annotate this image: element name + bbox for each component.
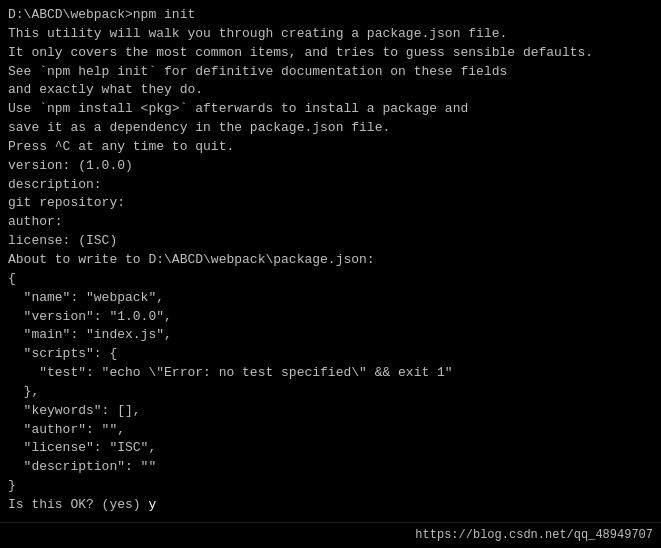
terminal-line: version: (1.0.0) [8, 157, 653, 176]
terminal-window: D:\ABCD\webpack>npm init This utility wi… [8, 6, 653, 542]
terminal-line: Is this OK? (yes) y [8, 496, 653, 515]
terminal-line: "test": "echo \"Error: no test specified… [8, 364, 653, 383]
terminal-line: save it as a dependency in the package.j… [8, 119, 653, 138]
terminal-line: "scripts": { [8, 345, 653, 364]
terminal-line: git repository: [8, 194, 653, 213]
prompt-line: D:\ABCD\webpack>npm init [8, 6, 653, 25]
terminal-line: This utility will walk you through creat… [8, 25, 653, 44]
terminal-line: "description": "" [8, 458, 653, 477]
terminal-line: description: [8, 176, 653, 195]
footer-link: https://blog.csdn.net/qq_48949707 [415, 527, 653, 544]
terminal-line: }, [8, 383, 653, 402]
terminal-line: Press ^C at any time to quit. [8, 138, 653, 157]
terminal-line: "keywords": [], [8, 402, 653, 421]
terminal-line: "license": "ISC", [8, 439, 653, 458]
terminal-line: "version": "1.0.0", [8, 308, 653, 327]
terminal-line: } [8, 477, 653, 496]
terminal-line: See `npm help init` for definitive docum… [8, 63, 653, 82]
terminal-line: Use `npm install <pkg>` afterwards to in… [8, 100, 653, 119]
terminal-line: author: [8, 213, 653, 232]
terminal-line: "author": "", [8, 421, 653, 440]
terminal-line: "name": "webpack", [8, 289, 653, 308]
terminal-line: It only covers the most common items, an… [8, 44, 653, 63]
terminal-line: "main": "index.js", [8, 326, 653, 345]
terminal-line: About to write to D:\ABCD\webpack\packag… [8, 251, 653, 270]
terminal-line: { [8, 270, 653, 289]
terminal-output: This utility will walk you through creat… [8, 25, 653, 515]
input-char: y [148, 497, 156, 512]
terminal-line: and exactly what they do. [8, 81, 653, 100]
footer-bar: https://blog.csdn.net/qq_48949707 [0, 522, 661, 548]
terminal-line: license: (ISC) [8, 232, 653, 251]
